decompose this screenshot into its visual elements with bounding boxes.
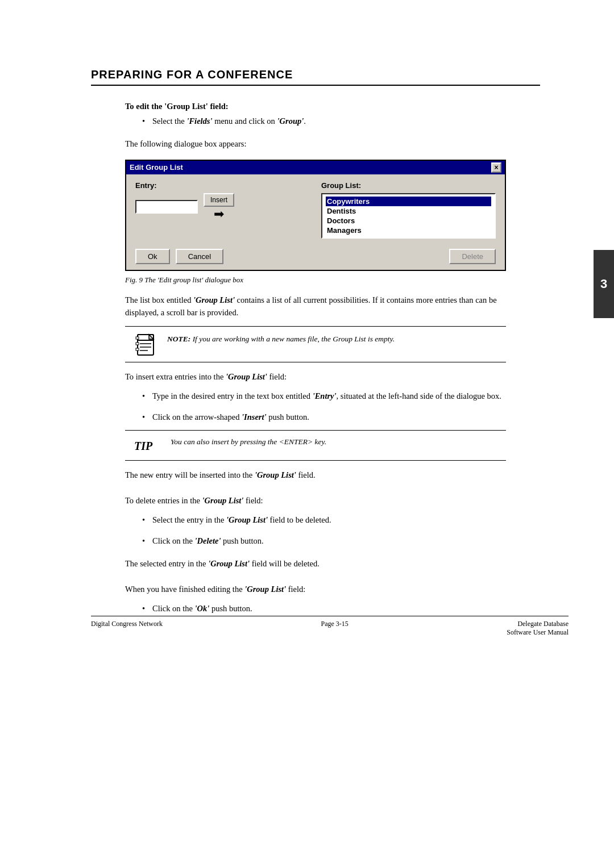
footer-right: Delegate Database Software User Manual [507,620,569,637]
dialog-right-panel: Group List: Copywriters Dentists Doctors… [321,181,496,239]
insert-button[interactable]: Insert [204,193,234,207]
chapter-title: PREPARING FOR A CONFERENCE [91,68,540,81]
fig-caption: Fig. 9 The 'Edit group list' dialogue bo… [125,276,506,285]
bullet3-text1: Click on the arrow-shaped [152,412,242,422]
note-text: NOTE: If you are working with a new name… [167,331,395,345]
body1-grouplist: 'Group List' [193,295,235,304]
sub-heading: To edit the 'Group List' field: [125,102,540,111]
bullet-item-4: Select the entry in the 'Group List' fie… [142,514,540,526]
insert-intro-text1: To insert extra entries into the [125,372,226,381]
bullet2-entry: 'Entry' [313,391,337,400]
bullet3-text2: push button. [267,412,309,422]
new-entry-text: The new entry will be inserted into the … [125,469,540,481]
svg-rect-6 [136,343,139,345]
bullet4-grouplist: 'Group List' [226,515,268,524]
entry-input[interactable] [135,200,198,214]
group-list-item-copywriters[interactable]: Copywriters [326,197,491,206]
bullet2-text2: , situated at the left-hand side of the … [337,391,501,400]
insert-instructions: To insert extra entries into the 'Group … [125,370,540,383]
new-entry-text2: field. [296,470,316,479]
following-text: The following dialogue box appears: [125,137,540,150]
insert-arrow-icon: ➡ [214,208,224,220]
body-paragraph-1: The list box entitled 'Group List' conta… [125,294,529,319]
svg-rect-5 [136,337,139,339]
selected-text1: The selected entry in the [125,559,208,568]
delete-intro-text1: To delete entries in the [125,496,202,505]
bullet-item-5: Click on the 'Delete' push button. [142,535,540,547]
new-entry-text1: The new entry will be inserted into the [125,470,255,479]
bullet4-text2: field to be deleted. [268,515,331,524]
body1-text1: The list box entitled [125,295,193,304]
svg-text:TIP: TIP [134,440,153,453]
ok-button[interactable]: Ok [135,249,170,264]
dialog-titlebar: Edit Group List × [126,161,505,174]
bullet4-text1: Select the entry in the [152,515,226,524]
delete-intro: To delete entries in the 'Group List' fi… [125,494,540,507]
note-bold: NOTE: [167,335,190,343]
footer-right-line2: Software User Manual [507,628,569,637]
bullet1-text1: Select the [152,116,186,126]
section-tab: 3 [594,250,614,318]
footer-right-line1: Delegate Database [507,620,569,628]
entry-row: Insert ➡ [135,193,310,220]
bullet-item-3: Click on the arrow-shaped 'Insert' push … [142,411,540,423]
finished-grouplist: 'Group List' [244,585,286,594]
dialog-close-button[interactable]: × [491,162,501,173]
footer-center: Page 3-15 [163,620,507,628]
bullet-item-6: Click on the 'Ok' push button. [142,602,540,615]
bullet2-text1: Type in the desired entry in the text bo… [152,391,313,400]
finished-text2: field: [286,585,305,594]
note-icon [134,332,159,357]
group-list-label: Group List: [321,181,496,190]
section-number: 3 [600,277,607,291]
bullet1-text2: menu and click on [213,116,277,126]
insert-intro-text2: field: [267,372,287,381]
dialog-buttons-row: Ok Cancel Delete [126,245,505,270]
insert-button-area: Insert ➡ [204,193,234,220]
note-italic-text: If you are working with a new names file… [190,335,395,343]
tip-text: You can also insert by pressing the <ENT… [171,435,326,448]
selected-grouplist: 'Group List' [208,559,250,568]
tip-box: TIP You can also insert by pressing the … [125,430,506,461]
tip-icon: TIP [134,435,163,456]
tip-content: You can also insert by pressing the <ENT… [171,437,326,446]
page-footer: Digital Congress Network Page 3-15 Deleg… [91,616,569,637]
bullet1-group: 'Group' [277,116,304,126]
group-list-item-doctors[interactable]: Doctors [326,216,491,226]
delete-intro-grouplist: 'Group List' [202,496,243,505]
bullet-item-2: Type in the desired entry in the text bo… [142,390,540,402]
edit-group-list-dialog: Edit Group List × Entry: Insert ➡ G [125,160,506,271]
bullet3-insert: 'Insert' [242,412,267,422]
bullet6-text1: Click on the [152,604,195,613]
bullet1-fields: 'Fields' [186,116,212,126]
group-list-item-dentists[interactable]: Dentists [326,206,491,216]
finished-text1: When you have finished editing the [125,585,244,594]
bullet6-ok: 'Ok' [195,604,210,613]
bullet-item-1: Select the 'Fields' menu and click on 'G… [142,115,540,127]
delete-intro-text2: field: [243,496,263,505]
chapter-heading: PREPARING FOR A CONFERENCE [91,68,540,86]
footer-left: Digital Congress Network [91,620,163,628]
bullet5-text2: push button. [221,536,263,545]
finished-text: When you have finished editing the 'Grou… [125,583,540,595]
delete-button[interactable]: Delete [449,249,496,264]
group-list-box[interactable]: Copywriters Dentists Doctors Managers [321,193,496,239]
sub-heading-text: To edit the 'Group List' field: [125,102,229,111]
new-entry-grouplist: 'Group List' [255,470,296,479]
bullet5-delete: 'Delete' [195,536,221,545]
dialog-left-panel: Entry: Insert ➡ [135,181,310,229]
entry-label: Entry: [135,181,310,190]
dialog-body: Entry: Insert ➡ Group List: Copywriters … [126,174,505,245]
cancel-button[interactable]: Cancel [176,249,223,264]
bullet1-text3: . [304,116,306,126]
bullet5-text1: Click on the [152,536,195,545]
group-list-item-managers[interactable]: Managers [326,226,491,235]
dialog-title: Edit Group List [130,163,183,172]
svg-rect-7 [136,348,139,350]
insert-intro-grouplist: 'Group List' [226,372,267,381]
selected-text: The selected entry in the 'Group List' f… [125,557,540,570]
note-box: NOTE: If you are working with a new name… [125,326,506,362]
selected-text2: field will be deleted. [250,559,320,568]
bullet6-text2: push button. [209,604,252,613]
